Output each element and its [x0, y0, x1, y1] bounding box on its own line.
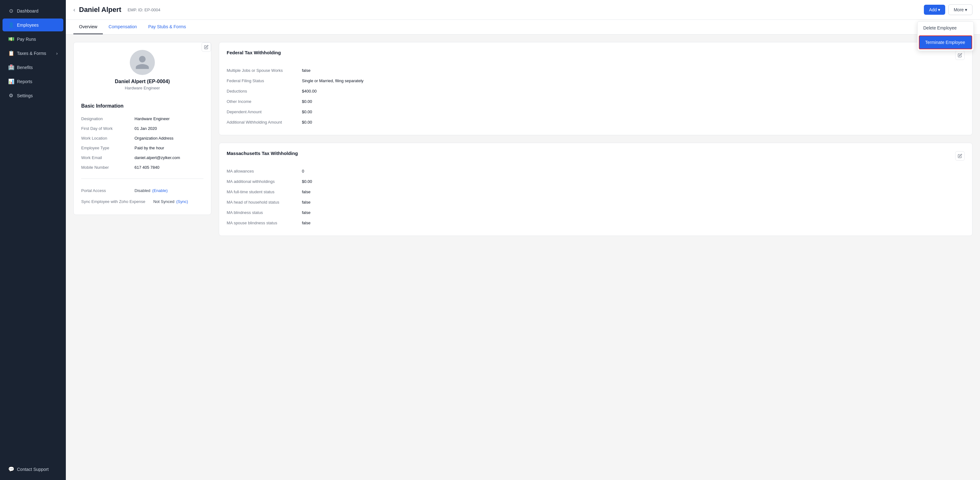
sidebar-item-dashboard[interactable]: ⊙ Dashboard	[3, 5, 63, 17]
info-employee-type: Employee Type Paid by the hour	[81, 143, 204, 153]
basic-info-title: Basic Information	[81, 103, 204, 109]
info-work-location: Work Location Organization Address	[81, 133, 204, 143]
sidebar-item-employees[interactable]: 👤 Employees	[3, 19, 63, 31]
left-column: Daniel Alpert (EP-0004) Hardware Enginee…	[73, 42, 211, 472]
employee-id: EMP. ID: EP-0004	[127, 8, 161, 12]
ma-tax-header: Massachusetts Tax Withholding	[227, 151, 965, 161]
ma-tax-title: Massachusetts Tax Withholding	[227, 151, 298, 156]
employee-role: Hardware Engineer	[125, 86, 160, 90]
dashboard-icon: ⊙	[8, 8, 14, 14]
sync-row: Sync Employee with Zoho Expense Not Sync…	[81, 196, 204, 207]
reports-icon: 📊	[8, 78, 14, 85]
fed-row-2: Deductions $400.00	[227, 86, 965, 96]
delete-employee-item[interactable]: Delete Employee	[918, 22, 974, 34]
content-area: Daniel Alpert (EP-0004) Hardware Enginee…	[66, 35, 980, 480]
tab-bar: Overview Compensation Pay Stubs & Forms	[66, 20, 980, 35]
ma-row-1: MA additional withholdings $0.00	[227, 176, 965, 187]
tab-compensation[interactable]: Compensation	[103, 20, 142, 34]
pay-runs-icon: 💵	[8, 36, 14, 42]
info-first-day: First Day of Work 01 Jan 2020	[81, 124, 204, 133]
ma-row-2: MA full-time student status false	[227, 187, 965, 197]
chevron-right-icon: ›	[56, 51, 58, 56]
settings-icon: ⚙	[8, 92, 14, 99]
sidebar: ⊙ Dashboard 👤 Employees 💵 Pay Runs 📋 Tax…	[0, 0, 66, 480]
benefits-icon: 🏥	[8, 64, 14, 70]
edit-profile-button[interactable]	[202, 42, 211, 52]
sidebar-item-reports[interactable]: 📊 Reports	[3, 75, 63, 88]
contact-support-icon: 💬	[8, 466, 14, 472]
terminate-employee-item[interactable]: Terminate Employee	[919, 35, 972, 49]
fed-row-0: Multiple Jobs or Spouse Works false	[227, 65, 965, 76]
divider2	[81, 179, 204, 179]
sidebar-item-pay-runs[interactable]: 💵 Pay Runs	[3, 33, 63, 46]
main-content: ‹ Daniel Alpert EMP. ID: EP-0004 Add ▾ M…	[66, 0, 980, 480]
right-column: Federal Tax Withholding Multiple Jobs or…	[219, 42, 972, 472]
fed-row-1: Federal Filing Status Single or Married,…	[227, 76, 965, 86]
avatar	[130, 50, 155, 75]
taxes-icon: 📋	[8, 50, 14, 56]
employee-full-name: Daniel Alpert (EP-0004)	[115, 79, 170, 85]
enable-portal-link[interactable]: (Enable)	[152, 188, 168, 193]
tab-pay-stubs[interactable]: Pay Stubs & Forms	[143, 20, 192, 34]
fed-row-5: Additional Withholding Amount $0.00	[227, 117, 965, 128]
sync-link[interactable]: (Sync)	[176, 199, 188, 204]
sidebar-item-settings[interactable]: ⚙ Settings	[3, 89, 63, 102]
header-actions: Add ▾ More ▾	[924, 5, 972, 15]
ma-row-4: MA blindness status false	[227, 207, 965, 218]
header-left: ‹ Daniel Alpert EMP. ID: EP-0004	[73, 6, 160, 14]
fed-row-3: Other Income $0.00	[227, 96, 965, 107]
fed-row-4: Dependent Amount $0.00	[227, 107, 965, 117]
info-mobile: Mobile Number 617 405 7840	[81, 163, 204, 172]
add-button[interactable]: Add ▾	[924, 5, 945, 15]
profile-card: Daniel Alpert (EP-0004) Hardware Enginee…	[73, 42, 211, 215]
more-button[interactable]: More ▾	[948, 5, 972, 15]
ma-tax-card: Massachusetts Tax Withholding MA allowan…	[219, 143, 972, 236]
ma-row-0: MA allowances 0	[227, 166, 965, 176]
tab-overview[interactable]: Overview	[73, 20, 103, 34]
info-work-email: Work Email daniel.alpert@zylker.com	[81, 153, 204, 163]
employees-icon: 👤	[8, 22, 14, 28]
back-button[interactable]: ‹	[73, 6, 75, 13]
sidebar-item-benefits[interactable]: 🏥 Benefits	[3, 61, 63, 74]
info-designation: Designation Hardware Engineer	[81, 114, 204, 124]
sidebar-item-contact-support[interactable]: 💬 Contact Support	[3, 463, 63, 475]
more-dropdown: Delete Employee Terminate Employee	[917, 21, 974, 51]
ma-row-3: MA head of household status false	[227, 197, 965, 207]
edit-federal-tax-button[interactable]	[955, 51, 965, 60]
sidebar-item-taxes-forms[interactable]: 📋 Taxes & Forms ›	[3, 47, 63, 60]
edit-ma-tax-button[interactable]	[955, 151, 965, 161]
page-header: ‹ Daniel Alpert EMP. ID: EP-0004 Add ▾ M…	[66, 0, 980, 20]
portal-access-row: Portal Access Disabled (Enable)	[81, 185, 204, 196]
page-title: Daniel Alpert	[79, 6, 121, 14]
federal-tax-card: Federal Tax Withholding Multiple Jobs or…	[219, 42, 972, 135]
ma-row-5: MA spouse blindness status false	[227, 218, 965, 228]
federal-tax-title: Federal Tax Withholding	[227, 50, 281, 55]
federal-tax-header: Federal Tax Withholding	[227, 50, 965, 60]
